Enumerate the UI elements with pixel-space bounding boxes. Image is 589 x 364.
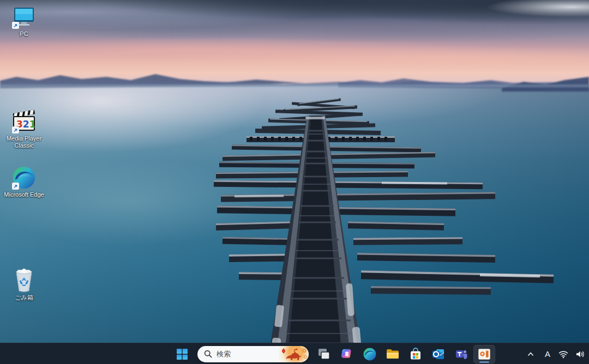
teams-icon [455, 348, 468, 361]
start-button[interactable] [171, 345, 193, 363]
taskbar-app-edge[interactable] [359, 345, 381, 363]
copilot-icon [340, 348, 353, 361]
taskbar-app-file-explorer[interactable] [382, 345, 404, 363]
desktop-icon-label: Microsoft Edge [4, 191, 44, 198]
tray-volume-button[interactable] [573, 346, 588, 362]
taskbar-app-microsoft-store[interactable] [405, 345, 426, 363]
horse-lanterns-illustration [279, 346, 309, 362]
ime-mode-indicator: A [545, 349, 550, 359]
photos-app-icon [478, 348, 491, 360]
task-view-icon [317, 348, 330, 361]
microsoft-store-icon [409, 348, 422, 361]
edge-icon [363, 348, 376, 361]
desktop-icon-recycle-bin[interactable]: ごみ箱 [1, 268, 47, 301]
windows-desktop: PC 321 Media Player Classic [0, 0, 589, 364]
shortcut-arrow-icon [12, 183, 19, 190]
taskbar-app-photos[interactable] [473, 345, 495, 363]
chevron-up-icon [526, 350, 535, 359]
shortcut-arrow-icon [12, 22, 19, 29]
file-explorer-icon [386, 348, 400, 361]
wifi-icon [558, 350, 568, 359]
svg-text:321: 321 [16, 119, 36, 130]
taskbar: A [0, 343, 589, 364]
taskbar-app-outlook[interactable] [428, 345, 449, 363]
desktop-icon-microsoft-edge[interactable]: Microsoft Edge [1, 165, 47, 198]
desktop-icon-label: ごみ箱 [15, 294, 33, 301]
taskbar-app-copilot[interactable] [336, 345, 358, 363]
wallpaper-pier-scene [0, 0, 589, 364]
taskbar-search-box[interactable] [197, 346, 309, 362]
desktop-icon-label: PC [20, 31, 28, 38]
taskbar-app-teams[interactable] [450, 345, 472, 363]
recycle-bin-icon [13, 268, 35, 293]
pier [214, 98, 554, 364]
search-icon [204, 350, 212, 358]
outlook-icon [432, 348, 445, 361]
search-input[interactable] [217, 350, 277, 358]
speaker-icon [575, 350, 585, 359]
tray-hidden-icons-button[interactable] [522, 346, 539, 362]
tray-network-button[interactable] [556, 346, 570, 362]
desktop-icon-media-player-classic[interactable]: 321 Media Player Classic [1, 109, 47, 149]
desktop-icon-pc[interactable]: PC [1, 4, 47, 38]
desktop-icon-label: Media Player Classic [2, 135, 46, 149]
tray-ime-mode-button[interactable]: A [541, 346, 554, 362]
shortcut-arrow-icon [12, 126, 19, 134]
windows-start-icon [176, 348, 188, 360]
taskbar-app-task-view[interactable] [313, 345, 335, 363]
active-app-indicator [479, 361, 489, 363]
